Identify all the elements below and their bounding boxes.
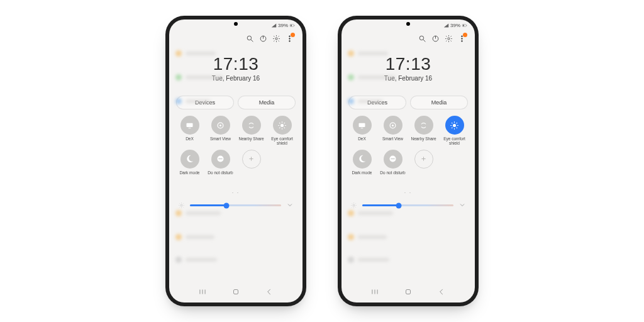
- power-icon[interactable]: [258, 34, 267, 43]
- dnd-icon: [211, 150, 230, 169]
- search-icon[interactable]: [245, 34, 254, 43]
- svg-point-55: [392, 124, 394, 126]
- svg-point-50: [461, 38, 462, 39]
- tile-dark-mode[interactable]: Dark mode: [174, 150, 205, 179]
- back-button[interactable]: [437, 287, 446, 299]
- nearby-share-icon: [414, 116, 433, 135]
- quick-settings-panel: 39% 17:13 Tue, February 16 Devices Media…: [169, 19, 303, 303]
- svg-point-15: [280, 124, 284, 127]
- brightness-slider[interactable]: [190, 204, 281, 206]
- search-icon[interactable]: [418, 34, 426, 43]
- panel-toolbar: [341, 30, 475, 43]
- tile-add[interactable]: [236, 150, 267, 179]
- tile-dex[interactable]: DeX: [174, 116, 205, 146]
- svg-rect-81: [406, 290, 410, 294]
- svg-rect-11: [187, 123, 193, 126]
- phone-right: 39% 17:13 Tue, February 16 Devices Media…: [338, 16, 479, 306]
- svg-rect-2: [291, 25, 292, 26]
- battery-percent: 39%: [450, 23, 460, 28]
- navigation-bar: [341, 287, 475, 299]
- svg-rect-40: [233, 290, 238, 294]
- svg-rect-1: [294, 25, 295, 26]
- svg-line-23: [284, 123, 285, 123]
- svg-point-14: [219, 124, 221, 126]
- page-indicator: . .: [341, 189, 475, 194]
- svg-line-36: [183, 204, 184, 204]
- recents-button[interactable]: [198, 287, 207, 299]
- svg-point-56: [453, 124, 456, 127]
- home-button[interactable]: [231, 287, 240, 299]
- more-options-icon[interactable]: [457, 34, 466, 43]
- smart-view-icon: [384, 116, 402, 135]
- svg-point-7: [275, 37, 277, 39]
- expand-chevron-icon[interactable]: [458, 200, 466, 211]
- svg-rect-53: [361, 128, 364, 128]
- svg-rect-43: [463, 25, 464, 26]
- add-tile-icon: [242, 150, 261, 169]
- settings-gear-icon[interactable]: [272, 34, 280, 43]
- eye-comfort-icon: [273, 116, 292, 135]
- svg-point-49: [461, 35, 462, 36]
- page-indicator: . .: [169, 189, 303, 194]
- tile-add[interactable]: [408, 150, 439, 179]
- settings-gear-icon[interactable]: [444, 34, 453, 43]
- svg-line-33: [180, 204, 180, 204]
- quick-tiles: DeX Smart View Nearby Share Eye comfort …: [169, 109, 303, 183]
- svg-point-9: [289, 38, 290, 39]
- dex-icon: [180, 116, 199, 135]
- notification-badge: [291, 33, 295, 37]
- tile-dnd[interactable]: Do not disturb: [205, 150, 236, 179]
- tile-dex[interactable]: DeX: [347, 116, 377, 146]
- tile-dnd[interactable]: Do not disturb: [377, 150, 408, 179]
- svg-line-21: [284, 127, 285, 128]
- svg-line-45: [423, 40, 425, 42]
- svg-line-22: [279, 127, 280, 128]
- svg-line-77: [355, 204, 356, 204]
- tile-eye-comfort[interactable]: Eye comfort shield: [439, 116, 470, 146]
- add-tile-icon: [414, 150, 433, 169]
- slider-thumb[interactable]: [396, 203, 402, 208]
- dnd-icon: [384, 150, 402, 169]
- tile-smart-view[interactable]: Smart View: [377, 116, 408, 146]
- slider-thumb[interactable]: [224, 203, 230, 208]
- svg-rect-66: [391, 158, 394, 159]
- svg-point-10: [289, 40, 290, 42]
- front-camera: [406, 22, 410, 26]
- recents-button[interactable]: [370, 287, 379, 299]
- nearby-share-icon: [242, 116, 261, 135]
- eye-comfort-icon: [445, 116, 464, 135]
- notification-badge: [463, 33, 467, 37]
- svg-line-74: [352, 204, 353, 204]
- svg-point-44: [419, 36, 424, 40]
- power-icon[interactable]: [431, 34, 440, 43]
- svg-point-3: [247, 36, 252, 40]
- dex-icon: [353, 116, 372, 135]
- svg-point-51: [461, 40, 462, 42]
- tile-smart-view[interactable]: Smart View: [205, 116, 236, 146]
- svg-point-69: [353, 204, 355, 206]
- dark-mode-icon: [353, 150, 372, 169]
- svg-line-64: [457, 123, 457, 123]
- svg-line-61: [452, 123, 452, 123]
- more-options-icon[interactable]: [285, 34, 294, 43]
- tile-nearby-share[interactable]: Nearby Share: [236, 116, 267, 146]
- svg-point-28: [180, 204, 182, 206]
- svg-line-63: [452, 127, 452, 128]
- svg-line-20: [279, 123, 280, 123]
- svg-point-8: [289, 35, 290, 36]
- front-camera: [234, 22, 238, 26]
- svg-line-62: [457, 127, 457, 128]
- media-chip[interactable]: Media: [410, 96, 468, 109]
- tile-nearby-share[interactable]: Nearby Share: [408, 116, 439, 146]
- expand-chevron-icon[interactable]: [286, 200, 294, 211]
- panel-toolbar: [169, 30, 303, 43]
- smart-view-icon: [211, 116, 230, 135]
- home-button[interactable]: [404, 287, 413, 299]
- media-chip[interactable]: Media: [238, 96, 296, 109]
- tile-eye-comfort[interactable]: Eye comfort shield: [267, 116, 297, 146]
- back-button[interactable]: [265, 287, 274, 299]
- dark-mode-icon: [180, 150, 199, 169]
- svg-point-48: [447, 37, 449, 39]
- tile-dark-mode[interactable]: Dark mode: [347, 150, 377, 179]
- brightness-slider[interactable]: [362, 204, 453, 206]
